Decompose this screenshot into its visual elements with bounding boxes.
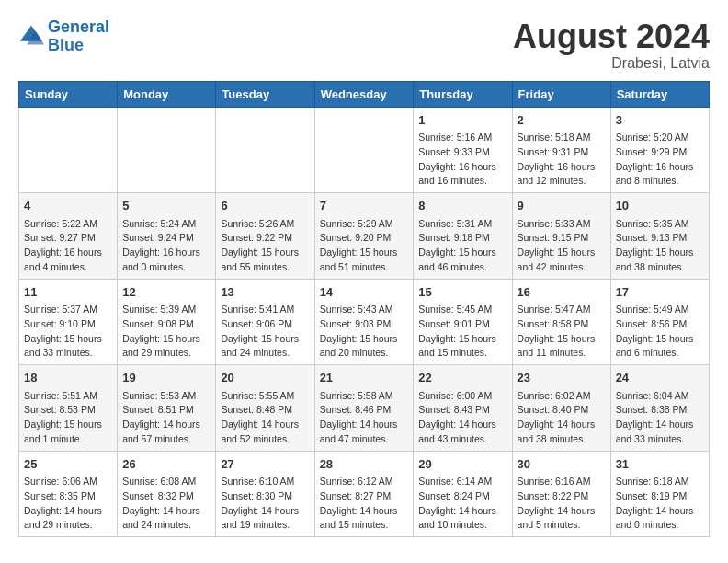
cell-content-line: Daylight: 15 hours [418,246,506,260]
cell-content-line: Sunset: 9:13 PM [616,231,704,246]
cell-content-line: Daylight: 15 hours [518,246,606,260]
cell-content-line: Sunset: 9:24 PM [122,231,210,246]
calendar-table: SundayMondayTuesdayWednesdayThursdayFrid… [18,81,710,538]
calendar-cell: 29Sunrise: 6:14 AMSunset: 8:24 PMDayligh… [414,451,512,537]
cell-content-line: Sunrise: 6:10 AM [221,475,309,489]
cell-content-line: Sunrise: 6:00 AM [418,389,506,404]
cell-content-line: and 38 minutes. [518,432,606,447]
calendar-cell: 1Sunrise: 5:16 AMSunset: 9:33 PMDaylight… [414,107,512,193]
cell-content-line: Daylight: 14 hours [221,504,309,519]
cell-content-line: Daylight: 14 hours [616,418,704,432]
cell-content-line: Sunset: 8:35 PM [24,489,112,504]
cell-content-line: Sunrise: 5:37 AM [24,303,112,317]
day-number: 23 [518,369,606,387]
calendar-cell: 13Sunrise: 5:41 AMSunset: 9:06 PMDayligh… [216,279,314,365]
cell-content-line: Sunrise: 5:51 AM [24,389,112,404]
cell-content-line: and 52 minutes. [221,432,309,447]
cell-content-line: and 33 minutes. [24,346,112,361]
cell-content-line: Sunset: 8:43 PM [418,403,506,418]
day-number: 27 [221,455,309,474]
calendar-cell: 23Sunrise: 6:02 AMSunset: 8:40 PMDayligh… [512,365,610,452]
cell-content-line: Sunrise: 5:47 AM [518,303,606,317]
week-row-2: 4Sunrise: 5:22 AMSunset: 9:27 PMDaylight… [19,193,710,280]
calendar-cell: 7Sunrise: 5:29 AMSunset: 9:20 PMDaylight… [314,193,414,280]
cell-content-line: Sunrise: 5:49 AM [616,303,704,317]
cell-content-line: and 15 minutes. [418,346,506,361]
calendar-cell: 16Sunrise: 5:47 AMSunset: 8:58 PMDayligh… [512,279,610,365]
cell-content-line: Sunset: 9:20 PM [320,231,409,246]
cell-content-line: Sunset: 8:30 PM [221,489,309,504]
calendar-cell: 31Sunrise: 6:18 AMSunset: 8:19 PMDayligh… [610,451,709,537]
cell-content-line: Sunset: 8:46 PM [320,403,409,418]
cell-content-line: Sunset: 9:29 PM [616,145,704,160]
cell-content-line: Sunset: 8:22 PM [518,489,606,504]
cell-content-line: Daylight: 15 hours [616,246,704,260]
calendar-cell: 10Sunrise: 5:35 AMSunset: 9:13 PMDayligh… [610,193,709,280]
cell-content-line: and 46 minutes. [418,260,506,275]
cell-content-line: and 55 minutes. [221,260,309,275]
day-number: 21 [320,369,409,387]
cell-content-line: Sunset: 8:32 PM [122,489,210,504]
cell-content-line: Sunrise: 5:43 AM [320,303,409,317]
calendar-cell: 30Sunrise: 6:16 AMSunset: 8:22 PMDayligh… [512,451,610,537]
cell-content-line: and 51 minutes. [320,260,409,275]
day-number: 25 [24,455,112,474]
weekday-header-saturday: Saturday [610,81,709,107]
cell-content-line: and 29 minutes. [24,518,112,533]
day-number: 18 [24,369,112,387]
day-number: 26 [122,455,210,474]
cell-content-line: Sunset: 9:08 PM [122,317,210,332]
weekday-header-row: SundayMondayTuesdayWednesdayThursdayFrid… [19,81,710,107]
cell-content-line: Daylight: 16 hours [616,160,704,175]
cell-content-line: Sunset: 9:01 PM [418,317,506,332]
cell-content-line: Daylight: 14 hours [122,418,210,432]
cell-content-line: and 12 minutes. [518,174,606,189]
cell-content-line: Sunrise: 5:33 AM [518,217,606,232]
weekday-header-wednesday: Wednesday [314,81,414,107]
day-number: 14 [320,283,409,302]
cell-content-line: Daylight: 16 hours [24,246,112,260]
cell-content-line: Daylight: 15 hours [221,332,309,347]
cell-content-line: Sunrise: 5:18 AM [518,131,606,145]
calendar-cell: 3Sunrise: 5:20 AMSunset: 9:29 PMDaylight… [610,107,709,193]
day-number: 31 [616,455,704,474]
cell-content-line: and 16 minutes. [418,174,506,189]
cell-content-line: Daylight: 14 hours [418,418,506,432]
cell-content-line: Daylight: 14 hours [518,418,606,432]
day-number: 22 [418,369,506,387]
day-number: 9 [518,197,606,215]
cell-content-line: and 29 minutes. [122,346,210,361]
cell-content-line: and 1 minute. [24,432,112,447]
cell-content-line: and 8 minutes. [616,174,704,189]
week-row-5: 25Sunrise: 6:06 AMSunset: 8:35 PMDayligh… [19,451,710,537]
day-number: 19 [122,369,210,387]
calendar-cell: 20Sunrise: 5:55 AMSunset: 8:48 PMDayligh… [216,365,314,452]
page-header: General Blue August 2024 Drabesi, Latvia [18,18,710,72]
cell-content-line: and 24 minutes. [122,518,210,533]
calendar-cell: 28Sunrise: 6:12 AMSunset: 8:27 PMDayligh… [314,451,414,537]
cell-content-line: Sunset: 9:27 PM [24,231,112,246]
cell-content-line: Daylight: 15 hours [616,332,704,347]
calendar-cell: 8Sunrise: 5:31 AMSunset: 9:18 PMDaylight… [414,193,512,280]
calendar-cell: 4Sunrise: 5:22 AMSunset: 9:27 PMDaylight… [19,193,118,280]
calendar-cell: 26Sunrise: 6:08 AMSunset: 8:32 PMDayligh… [118,451,216,537]
weekday-header-monday: Monday [118,81,216,107]
day-number: 28 [320,455,409,474]
cell-content-line: Sunrise: 6:02 AM [518,389,606,404]
calendar-cell: 25Sunrise: 6:06 AMSunset: 8:35 PMDayligh… [19,451,118,537]
cell-content-line: Sunrise: 5:41 AM [221,303,309,317]
day-number: 6 [221,197,309,215]
cell-content-line: Daylight: 14 hours [122,504,210,519]
calendar-cell [216,107,314,193]
cell-content-line: Sunset: 8:53 PM [24,403,112,418]
day-number: 2 [518,111,606,130]
calendar-cell: 11Sunrise: 5:37 AMSunset: 9:10 PMDayligh… [19,279,118,365]
cell-content-line: Sunrise: 5:55 AM [221,389,309,404]
cell-content-line: Sunrise: 5:16 AM [418,131,506,145]
cell-content-line: Sunrise: 6:16 AM [518,475,606,489]
cell-content-line: and 10 minutes. [418,518,506,533]
calendar-cell: 14Sunrise: 5:43 AMSunset: 9:03 PMDayligh… [314,279,414,365]
cell-content-line: and 15 minutes. [320,518,409,533]
cell-content-line: Sunset: 9:22 PM [221,231,309,246]
cell-content-line: Daylight: 15 hours [418,332,506,347]
